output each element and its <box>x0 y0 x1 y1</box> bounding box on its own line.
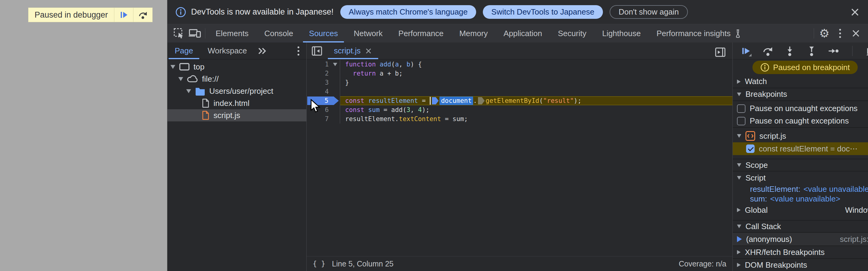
navigator-menu-button[interactable] <box>290 44 306 58</box>
continue-to-location-marker[interactable] <box>432 97 439 104</box>
tab-workspace[interactable]: Workspace <box>200 42 254 59</box>
scope-variable-sum[interactable]: sum: <value unavailable> <box>733 194 868 204</box>
tree-item-index-html[interactable]: index.html <box>167 97 306 109</box>
deactivate-breakpoints-button[interactable] <box>866 46 868 56</box>
device-toolbar-button[interactable] <box>187 26 203 41</box>
editor-status-bar: { } Line 5, Column 25 Coverage: n/a <box>307 256 733 271</box>
gutter-line-4[interactable]: 4 <box>307 87 340 96</box>
callstack-frame[interactable]: (anonymous) script.js:5 <box>733 233 868 245</box>
tab-performance[interactable]: Performance <box>391 24 452 42</box>
step-into-button[interactable] <box>784 46 795 56</box>
close-tab-icon[interactable] <box>365 47 372 55</box>
gutter-line-1[interactable]: 1 <box>307 60 340 69</box>
frame-icon <box>179 62 190 71</box>
fold-marker-icon[interactable] <box>333 63 337 66</box>
token: textContent <box>399 115 441 123</box>
gutter-line-2[interactable]: 2 <box>307 69 340 78</box>
watch-section-header[interactable]: Watch <box>733 76 868 88</box>
tree-item-script-js[interactable]: script.js <box>167 109 306 121</box>
token: ( <box>391 61 395 68</box>
chevron-down-icon <box>737 134 741 138</box>
settings-button[interactable]: ⚙ <box>816 26 832 41</box>
breakpoint-entry[interactable]: const resultElement = doc⋯ 5 <box>733 142 868 155</box>
pause-on-caught-exceptions-row[interactable]: Pause on caught exceptions <box>733 115 868 128</box>
more-tabs-button[interactable] <box>254 44 270 58</box>
pretty-print-icon[interactable]: { } <box>313 260 326 268</box>
tab-elements[interactable]: Elements <box>208 24 256 42</box>
dont-show-again-button[interactable]: Don't show again <box>610 5 688 19</box>
resume-button[interactable] <box>741 46 751 56</box>
toggle-debugger-sidebar-button[interactable] <box>712 45 728 59</box>
toolbar-right-controls: ⚙ <box>811 26 868 41</box>
tree-item-project-folder[interactable]: Users/user/project <box>167 85 306 97</box>
global-scope-value: Window <box>845 206 868 215</box>
toggle-navigator-button[interactable] <box>309 44 325 58</box>
tab-sources[interactable]: Sources <box>301 24 346 42</box>
gear-icon: ⚙ <box>819 28 830 39</box>
tab-page[interactable]: Page <box>167 42 200 59</box>
tree-item-top[interactable]: top <box>167 61 306 73</box>
switch-to-japanese-button[interactable]: Switch DevTools to Japanese <box>483 5 603 19</box>
scope-global-group[interactable]: Global Window <box>733 204 868 216</box>
xhr-breakpoints-section-header[interactable]: XHR/fetch Breakpoints <box>733 245 868 258</box>
editor-tab-script-js[interactable]: script.js <box>327 42 379 59</box>
breakpoint-file-group[interactable]: script.js <box>733 129 868 142</box>
kebab-menu-icon <box>296 44 301 57</box>
always-match-language-button[interactable]: Always match Chrome's language <box>340 5 476 19</box>
tab-application[interactable]: Application <box>496 24 550 42</box>
cloud-icon <box>187 74 198 83</box>
chevron-right-icon <box>737 208 741 212</box>
dom-breakpoints-section-header[interactable]: DOM Breakpoints <box>733 258 868 271</box>
token: a + b; <box>376 70 403 77</box>
notification-close-button[interactable] <box>850 7 860 17</box>
breakpoints-section-header[interactable]: Breakpoints <box>733 88 868 101</box>
gutter-line-3[interactable]: 3 <box>307 78 340 87</box>
panel-left-icon <box>311 46 322 56</box>
tab-network[interactable]: Network <box>346 24 390 42</box>
token: = add( <box>380 106 407 114</box>
code-text[interactable]: } <box>340 78 733 87</box>
more-options-button[interactable] <box>832 26 848 41</box>
tab-memory[interactable]: Memory <box>451 24 496 42</box>
breakpoint-enabled-checkbox[interactable] <box>746 145 754 153</box>
chevron-down-icon <box>737 93 741 96</box>
scope-variable-resultelement[interactable]: resultElement: <value unavailable> <box>733 184 868 194</box>
continue-to-location-marker[interactable] <box>478 97 485 104</box>
step-out-button[interactable] <box>806 46 817 56</box>
pause-uncaught-checkbox[interactable] <box>737 104 745 113</box>
code-line-5: 5const resultElement = document.getEleme… <box>307 96 733 105</box>
script-file-icon <box>745 131 755 141</box>
code-text[interactable]: function add(a, b) { <box>340 60 733 69</box>
token: add <box>380 61 391 68</box>
step-over-button[interactable] <box>763 46 773 56</box>
panel-right-icon <box>715 47 726 57</box>
paused-status-container: Paused on breakpoint <box>733 59 868 76</box>
pause-caught-checkbox[interactable] <box>737 117 745 125</box>
step-over-button-banner[interactable] <box>133 8 152 22</box>
pause-on-uncaught-exceptions-row[interactable]: Pause on uncaught exceptions <box>733 102 868 115</box>
inspect-element-button[interactable] <box>171 26 187 41</box>
chevron-down-icon <box>737 176 741 180</box>
code-line-2: 2 return a + b; <box>307 69 733 78</box>
close-devtools-button[interactable] <box>848 26 864 41</box>
tab-console[interactable]: Console <box>256 24 301 42</box>
tab-performance-insights[interactable]: Performance insights <box>649 24 750 42</box>
step-button[interactable] <box>828 46 839 56</box>
code-text[interactable]: resultElement.textContent = sum; <box>340 114 733 123</box>
code-text[interactable] <box>340 87 733 96</box>
tab-security[interactable]: Security <box>550 24 594 42</box>
line-number: 2 <box>325 70 329 77</box>
callstack-section-header[interactable]: Call Stack <box>733 220 868 233</box>
token: ( <box>539 97 543 104</box>
scope-script-group[interactable]: Script <box>733 172 868 184</box>
tab-lighthouse[interactable]: Lighthouse <box>594 24 648 42</box>
scope-section-header[interactable]: Scope <box>733 159 868 172</box>
resume-script-button[interactable] <box>114 8 133 22</box>
code-text[interactable]: const sum = add(3, 4); <box>340 105 733 114</box>
line-number: 6 <box>325 106 329 114</box>
code-text[interactable]: return a + b; <box>340 69 733 78</box>
token: const <box>345 106 364 114</box>
code-text[interactable]: const resultElement = document.getElemen… <box>340 96 733 105</box>
gutter-line-7[interactable]: 7 <box>307 114 340 123</box>
tree-item-file-protocol[interactable]: file:// <box>167 73 306 85</box>
